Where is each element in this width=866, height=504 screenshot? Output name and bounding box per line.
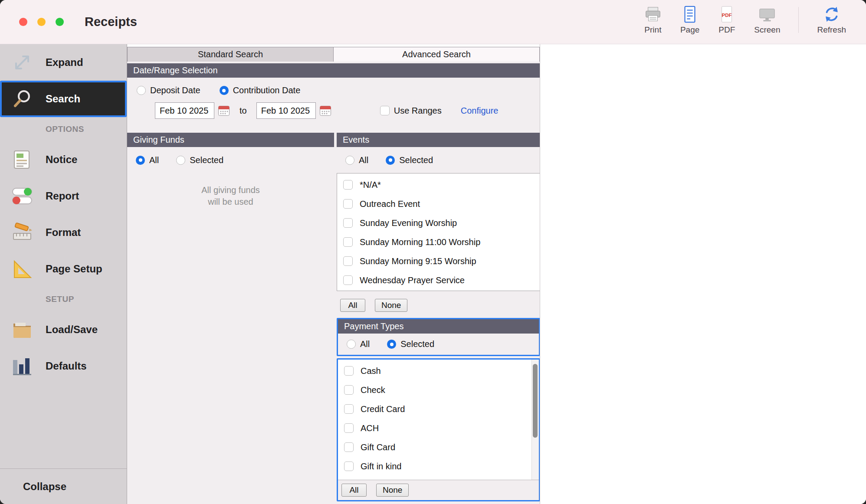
from-date-field[interactable]: Feb 10 2025 bbox=[155, 102, 214, 119]
checkbox[interactable] bbox=[344, 385, 354, 395]
use-ranges-checkbox[interactable] bbox=[380, 106, 390, 115]
date-range-header: Date/Range Selection bbox=[127, 63, 540, 78]
sidebar-item-report[interactable]: Report bbox=[0, 178, 127, 214]
payment-none-button[interactable]: None bbox=[376, 484, 409, 497]
sidebar-item-page-setup[interactable]: Page Setup bbox=[0, 251, 127, 287]
list-item[interactable]: Gift Card bbox=[338, 438, 539, 457]
sidebar-item-expand[interactable]: Expand bbox=[0, 44, 127, 81]
pdf-button[interactable]: PDF PDF bbox=[718, 5, 736, 35]
sidebar-item-notice[interactable]: Notice bbox=[0, 141, 127, 178]
list-item[interactable]: Sunday Morning 11:00 Worship bbox=[337, 232, 540, 252]
payment-all-label: All bbox=[360, 339, 370, 349]
radio-contribution-date[interactable] bbox=[220, 86, 229, 95]
list-item[interactable]: Wednesday Prayer Service bbox=[337, 271, 540, 290]
event-label: Sunday Morning 9:15 Worship bbox=[360, 256, 476, 266]
radio-giving-funds-selected[interactable] bbox=[176, 156, 185, 165]
refresh-icon bbox=[823, 5, 841, 23]
radio-payment-selected[interactable] bbox=[387, 340, 396, 349]
search-icon bbox=[11, 88, 33, 110]
checkbox[interactable] bbox=[344, 423, 354, 433]
to-date-field[interactable]: Feb 10 2025 bbox=[256, 102, 316, 119]
sidebar-item-defaults[interactable]: Defaults bbox=[0, 348, 127, 384]
checkbox[interactable] bbox=[344, 442, 354, 452]
sidebar-item-label: Load/Save bbox=[46, 324, 98, 336]
list-item[interactable]: ACH bbox=[338, 419, 539, 438]
giving-funds-all-label: All bbox=[149, 155, 159, 165]
sidebar-item-collapse[interactable]: Collapse bbox=[0, 468, 127, 504]
radio-events-all[interactable] bbox=[345, 156, 354, 165]
from-date-calendar-icon[interactable] bbox=[218, 105, 230, 117]
checkbox[interactable] bbox=[343, 180, 353, 190]
search-panel: Standard Search Advanced Search Date/Ran… bbox=[127, 44, 540, 504]
page-setup-icon bbox=[11, 258, 33, 280]
date-inputs-row: Feb 10 2025 to Feb 10 2025 bbox=[137, 102, 540, 119]
tab-standard-search[interactable]: Standard Search bbox=[127, 47, 334, 62]
print-button[interactable]: Print bbox=[644, 5, 662, 35]
checkbox[interactable] bbox=[343, 275, 353, 285]
events-list: *N/A* Outreach Event Sunday Evening Wors… bbox=[337, 173, 540, 291]
page-icon bbox=[681, 5, 699, 23]
payment-type-label: ACH bbox=[361, 423, 379, 433]
checkbox[interactable] bbox=[343, 199, 353, 209]
events-all-button[interactable]: All bbox=[340, 299, 365, 312]
event-label: *N/A* bbox=[360, 180, 381, 190]
payment-types-section: Payment Types All Selected bbox=[337, 318, 540, 356]
list-item[interactable]: Check bbox=[338, 380, 539, 399]
app-window: Receipts Print bbox=[0, 0, 866, 504]
sidebar-item-format[interactable]: Format bbox=[0, 214, 127, 251]
radio-giving-funds-all[interactable] bbox=[136, 156, 145, 165]
list-item[interactable]: *N/A* bbox=[337, 175, 540, 194]
scrollbar-thumb[interactable] bbox=[533, 364, 538, 438]
content-empty-area bbox=[540, 44, 866, 504]
checkbox[interactable] bbox=[344, 461, 354, 471]
sidebar-item-label: Notice bbox=[46, 154, 77, 166]
print-label: Print bbox=[644, 25, 661, 35]
folder-icon bbox=[11, 318, 33, 341]
to-date-calendar-icon[interactable] bbox=[319, 105, 331, 117]
zoom-window-button[interactable] bbox=[56, 18, 64, 26]
window-title: Receipts bbox=[85, 15, 137, 29]
screen-button[interactable]: Screen bbox=[754, 5, 780, 35]
radio-payment-all[interactable] bbox=[347, 340, 356, 349]
page-button[interactable]: Page bbox=[680, 5, 699, 35]
close-window-button[interactable] bbox=[19, 18, 27, 26]
sidebar-spacer bbox=[0, 384, 127, 468]
list-item-partial[interactable] bbox=[338, 476, 539, 480]
checkbox[interactable] bbox=[343, 237, 353, 247]
report-icon bbox=[11, 185, 33, 207]
list-item[interactable]: Sunday Morning 9:15 Worship bbox=[337, 252, 540, 271]
tab-advanced-search[interactable]: Advanced Search bbox=[334, 47, 540, 62]
checkbox[interactable] bbox=[344, 404, 354, 414]
format-icon bbox=[11, 221, 33, 244]
checkbox[interactable] bbox=[343, 256, 353, 266]
list-item[interactable]: Credit Card bbox=[338, 399, 539, 419]
checkbox[interactable] bbox=[344, 366, 354, 376]
events-none-button[interactable]: None bbox=[375, 299, 407, 312]
minimize-window-button[interactable] bbox=[37, 18, 46, 26]
scrollbar-track[interactable] bbox=[531, 360, 539, 480]
list-item[interactable]: Cash bbox=[338, 361, 539, 380]
sidebar-item-load-save[interactable]: Load/Save bbox=[0, 311, 127, 348]
sidebar-section-setup: SETUP bbox=[0, 287, 127, 311]
sidebar-item-search[interactable]: Search bbox=[0, 81, 127, 117]
payment-type-label: Gift in kind bbox=[361, 461, 401, 471]
events-header: Events bbox=[337, 133, 540, 147]
refresh-button[interactable]: Refresh bbox=[817, 5, 846, 35]
titlebar: Receipts Print bbox=[0, 0, 866, 44]
search-tabs: Standard Search Advanced Search bbox=[127, 44, 540, 62]
payment-type-label: Credit Card bbox=[361, 404, 405, 414]
radio-events-selected[interactable] bbox=[386, 156, 395, 165]
radio-deposit-date[interactable] bbox=[137, 86, 146, 95]
bar-chart-icon bbox=[11, 355, 33, 377]
payment-all-button[interactable]: All bbox=[341, 484, 367, 497]
toolbar: Print Page PDF bbox=[644, 5, 866, 39]
list-item[interactable]: Outreach Event bbox=[337, 194, 540, 213]
events-radio-group: All Selected bbox=[337, 147, 540, 173]
list-item[interactable]: Gift in kind bbox=[338, 457, 539, 476]
configure-link[interactable]: Configure bbox=[461, 106, 499, 116]
event-label: Sunday Evening Worship bbox=[360, 218, 457, 228]
screen-label: Screen bbox=[754, 25, 780, 35]
checkbox[interactable] bbox=[343, 218, 353, 228]
list-item[interactable]: Sunday Evening Worship bbox=[337, 213, 540, 232]
deposit-date-label: Deposit Date bbox=[150, 85, 200, 95]
